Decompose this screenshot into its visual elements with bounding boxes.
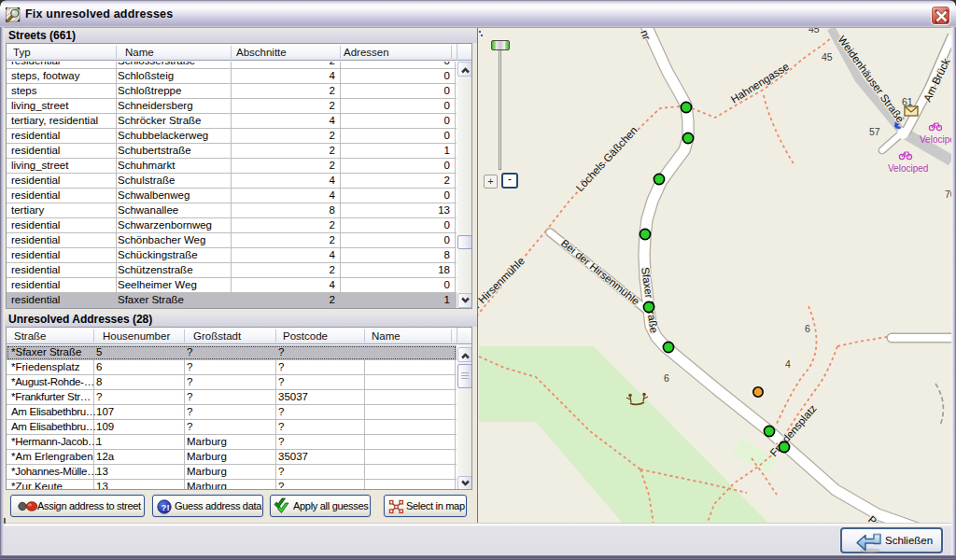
svg-text:61: 61	[902, 96, 913, 107]
svg-text:?!: ?!	[162, 502, 170, 512]
svg-text:Velociped: Velociped	[888, 163, 928, 174]
svg-text:6: 6	[805, 323, 810, 334]
svg-text:4: 4	[785, 358, 791, 370]
svg-text:45: 45	[808, 28, 820, 35]
svg-text:45: 45	[822, 51, 833, 63]
svg-text:57: 57	[869, 126, 880, 137]
svg-text:Velociped: Velociped	[920, 134, 951, 145]
svg-text:6: 6	[664, 372, 669, 384]
svg-text:70: 70	[945, 189, 951, 200]
